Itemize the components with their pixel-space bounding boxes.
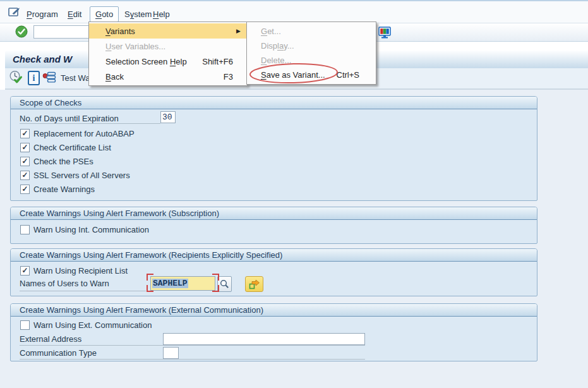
checkbox-warn-int-communication[interactable] (20, 225, 30, 234)
checkbox-label: SSL Servers of All Servers (33, 171, 130, 180)
scope-of-checks-box: Scope of Checks No. of Days until Expira… (10, 96, 537, 201)
information-icon[interactable]: i (28, 71, 40, 85)
test-warning-button-label[interactable]: Test Wa (61, 73, 90, 83)
menu-item-variants[interactable]: Variants ▶ (89, 23, 247, 39)
enter-button[interactable] (15, 25, 28, 40)
search-icon (220, 279, 229, 289)
menu-goto[interactable]: Goto (90, 6, 119, 22)
execute-check-icon[interactable] (9, 70, 23, 85)
checkbox-warn-ext-communication[interactable] (20, 320, 30, 330)
row-warn-int-communication: Warn Using Int. Communication (20, 224, 149, 234)
checkbox-label: Warn Using Int. Communication (33, 225, 149, 234)
menu-item-label: Selection Screen Help (105, 57, 187, 66)
menu-item-label: User Variables... (105, 42, 165, 51)
multiple-selection-button[interactable] (245, 276, 263, 292)
alert-external-box: Create Warnings Using Alert Framework (E… (10, 303, 537, 361)
menu-edit[interactable]: Edit (68, 9, 81, 19)
submenu-arrow-icon: ▶ (236, 28, 241, 34)
menu-item-label: Variants (105, 27, 135, 36)
search-help-button[interactable] (217, 276, 232, 292)
submenu-item-save-as-variant[interactable]: Save as Variant... Ctrl+S (247, 68, 376, 82)
row-warn-recipient-list: ✓ Warn Using Recipient List (20, 265, 128, 276)
scope-of-checks-header: Scope of Checks (11, 97, 537, 109)
days-until-expiration-field[interactable] (160, 111, 176, 123)
page-title: Check and W (13, 54, 72, 64)
communication-type-field[interactable] (163, 347, 179, 359)
menu-shortcut: Ctrl+S (337, 70, 359, 80)
menu-item-label: Save as Variant... (261, 70, 325, 80)
checkbox-warn-recipient-list[interactable]: ✓ (20, 266, 30, 276)
alert-subscription-header: Create Warnings Using Alert Framework (S… (11, 207, 537, 220)
menu-shortcut: Shift+F6 (202, 57, 233, 66)
checkbox-label: Warn Using Ext. Communication (33, 320, 152, 330)
checkbox-label: Create Warnings (33, 185, 95, 194)
menu-item-selection-screen-help[interactable]: Selection Screen Help Shift+F6 (89, 54, 247, 69)
row-check-certificate-list: ✓ Check Certificate List (20, 142, 111, 152)
menu-item-label: Get... (261, 27, 281, 36)
new-session-icon[interactable] (378, 25, 392, 41)
checkbox-label: Check the PSEs (33, 157, 93, 166)
names-of-users-label: Names of Users to Warn (20, 279, 109, 288)
menu-item-user-variables[interactable]: User Variables... (89, 39, 247, 54)
submenu-item-display[interactable]: Display... (247, 39, 376, 53)
field-guide-line (20, 291, 146, 291)
alert-subscription-box: Create Warnings Using Alert Framework (S… (10, 207, 537, 244)
menu-program[interactable]: Program (27, 9, 58, 19)
names-of-users-field[interactable]: SAPHELP (150, 276, 215, 291)
multiple-selection-arrow-icon (249, 279, 260, 289)
sap-window-icon[interactable] (8, 7, 21, 20)
test-warning-icon[interactable] (42, 70, 57, 85)
submenu-item-get[interactable]: Get... (247, 24, 376, 39)
checkbox-label: Check Certificate List (33, 143, 111, 152)
checkbox-create-warnings[interactable]: ✓ (20, 185, 30, 194)
submenu-item-delete[interactable]: Delete... (247, 53, 376, 68)
checkbox-replacement-autoabap[interactable]: ✓ (20, 129, 30, 138)
alert-recipients-box: Create Warnings Using Alert Framework (R… (10, 248, 537, 296)
menu-item-back[interactable]: Back F3 (89, 69, 247, 84)
variants-submenu-popup: Get... Display... Delete... Save as Vari… (246, 21, 376, 85)
checkbox-ssl-servers[interactable]: ✓ (20, 171, 30, 180)
checkbox-check-certificate-list[interactable]: ✓ (20, 143, 30, 152)
row-warn-ext-communication: Warn Using Ext. Communication (20, 320, 152, 330)
menu-system[interactable]: System (124, 9, 152, 19)
checkbox-label: Warn Using Recipient List (33, 266, 128, 276)
external-address-label: External Address (20, 334, 81, 344)
field-guide-line (20, 359, 365, 360)
field-guide-line (20, 123, 160, 124)
menu-bar: Program Edit Goto System Help (0, 1, 588, 23)
row-check-the-pses: ✓ Check the PSEs (20, 156, 93, 166)
sap-gui-window: Program Edit Goto System Help Check and … (0, 0, 588, 388)
checkbox-label: Replacement for AutoABAP (33, 129, 135, 138)
selected-field-text: SAPHELP (152, 279, 188, 288)
days-until-expiration-label: No. of Days until Expiration (20, 114, 119, 123)
external-address-field[interactable] (163, 333, 365, 345)
row-create-warnings: ✓ Create Warnings (20, 184, 95, 194)
menu-item-label: Back (105, 72, 124, 82)
field-guide-line (20, 345, 365, 346)
communication-type-label: Communication Type (20, 348, 97, 358)
checkbox-check-the-pses[interactable]: ✓ (20, 157, 30, 166)
alert-external-header: Create Warnings Using Alert Framework (E… (11, 304, 537, 317)
menu-item-label: Display... (261, 41, 294, 51)
alert-recipients-header: Create Warnings Using Alert Framework (R… (11, 249, 537, 262)
menu-shortcut: F3 (224, 72, 233, 82)
menu-help[interactable]: Help (153, 9, 170, 19)
menu-item-label: Delete... (261, 56, 291, 65)
row-replacement-autoabap: ✓ Replacement for AutoABAP (20, 128, 135, 138)
goto-menu-popup: Variants ▶ User Variables... Selection S… (88, 21, 248, 86)
row-ssl-servers: ✓ SSL Servers of All Servers (20, 170, 130, 180)
